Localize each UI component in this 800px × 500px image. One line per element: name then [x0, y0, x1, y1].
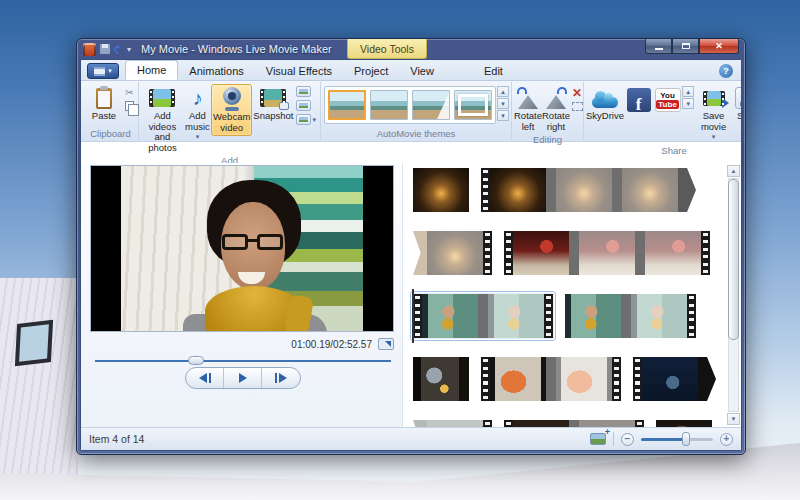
video-preview[interactable] — [90, 165, 394, 332]
share-gallery-up-icon[interactable]: ▲ — [682, 86, 694, 97]
storyboard-row — [413, 420, 741, 427]
fullscreen-icon[interactable] — [378, 338, 394, 350]
application-menu-button[interactable]: ▾ — [87, 63, 119, 79]
storyboard-clip[interactable] — [504, 420, 644, 427]
playhead[interactable] — [412, 289, 414, 343]
zoom-in-button[interactable]: + — [720, 433, 733, 446]
title-bar[interactable]: ▾ My Movie - Windows Live Movie Maker Vi… — [77, 39, 745, 59]
cut-icon[interactable]: ✂ — [125, 88, 134, 98]
seek-bar[interactable] — [95, 356, 391, 365]
gallery-more-icon[interactable]: ▼ — [497, 110, 509, 121]
clip-gap — [546, 168, 556, 212]
tab-view[interactable]: View — [399, 62, 445, 80]
undo-icon[interactable] — [112, 43, 125, 56]
rotate-left-button[interactable]: Rotate left — [514, 84, 542, 134]
storyboard-thumbnail — [488, 294, 544, 338]
automovie-theme[interactable] — [454, 90, 492, 120]
remove-icon[interactable]: ✕ — [572, 87, 583, 99]
tab-project[interactable]: Project — [343, 62, 399, 80]
gallery-up-icon[interactable]: ▲ — [497, 86, 509, 97]
scroll-up-icon[interactable]: ▲ — [727, 165, 740, 177]
tab-home[interactable]: Home — [125, 60, 178, 80]
tab-animations[interactable]: Animations — [178, 62, 254, 80]
storyboard-clip[interactable] — [656, 420, 712, 427]
group-automovie: ▲ ▼ ▼ AutoMovie themes — [321, 82, 512, 141]
storyboard-clip[interactable] — [633, 357, 716, 401]
storyboard-clip[interactable] — [504, 231, 710, 275]
caption-button[interactable] — [296, 100, 311, 111]
seek-track[interactable] — [95, 360, 391, 362]
paste-button[interactable]: Paste — [85, 84, 123, 124]
main-content: 01:00.19/02:52.57 ▲ — [81, 163, 741, 427]
select-all-icon[interactable] — [572, 102, 583, 111]
skydrive-button[interactable]: SkyDrive — [586, 84, 624, 124]
play-button[interactable] — [224, 368, 262, 388]
clip-gap — [478, 294, 488, 338]
zoom-slider[interactable] — [641, 432, 713, 446]
copy-icon[interactable] — [125, 101, 134, 111]
filmstrip-sprockets — [635, 420, 644, 427]
automovie-theme[interactable] — [412, 90, 450, 120]
storyboard-clip[interactable] — [413, 420, 492, 427]
clip-gap — [569, 231, 579, 275]
storyboard-row — [413, 357, 741, 403]
storyboard-clip[interactable] — [413, 231, 492, 275]
share-gallery-down-icon[interactable]: ▼ — [682, 98, 694, 109]
next-frame-button[interactable] — [262, 368, 300, 388]
storyboard-thumbnail — [413, 168, 469, 212]
credits-button[interactable] — [296, 114, 311, 125]
gallery-down-icon[interactable]: ▼ — [497, 98, 509, 109]
storyboard-clip[interactable] — [413, 168, 469, 212]
zoom-slider-thumb[interactable] — [682, 432, 690, 446]
rotate-left-icon — [516, 87, 540, 109]
storyboard-thumbnail — [413, 357, 469, 401]
previous-frame-button[interactable] — [186, 368, 224, 388]
tab-edit[interactable]: Edit — [473, 62, 514, 80]
snapshot-button[interactable]: Snapshot — [252, 84, 294, 124]
automovie-theme[interactable] — [370, 90, 408, 120]
youtube-button[interactable]: You Tube — [653, 84, 682, 117]
thumbnail-size-icon[interactable] — [590, 433, 606, 445]
close-button[interactable]: ✕ — [699, 39, 739, 54]
skydrive-cloud-icon — [592, 97, 618, 108]
storyboard-thumbnail — [579, 231, 635, 275]
seek-slider-thumb[interactable] — [188, 356, 204, 365]
storyboard-clip[interactable] — [481, 168, 696, 212]
chevron-down-icon: ▾ — [196, 132, 200, 143]
storyboard-clip[interactable] — [410, 291, 556, 341]
facebook-button[interactable]: f — [624, 84, 653, 117]
rotate-right-button[interactable]: Rotate right — [542, 84, 570, 134]
save-movie-button[interactable]: Save movie▾ — [696, 84, 731, 145]
facebook-icon: f — [627, 88, 651, 112]
tab-visual-effects[interactable]: Visual Effects — [255, 62, 343, 80]
add-videos-button[interactable]: Add videos and photos — [141, 84, 184, 155]
scroll-down-icon[interactable]: ▼ — [727, 413, 740, 425]
next-frame-icon — [279, 373, 287, 383]
webcam-video-button[interactable]: Webcam video — [211, 84, 252, 136]
clip-gap — [635, 231, 645, 275]
qat-dropdown-icon[interactable]: ▾ — [127, 45, 131, 54]
storyboard-thumbnail — [565, 294, 621, 338]
automovie-theme-gallery — [324, 86, 496, 124]
sign-in-button[interactable]: Sign in — [731, 84, 742, 134]
webcam-icon — [222, 87, 242, 111]
app-icon[interactable] — [83, 43, 96, 56]
zoom-out-button[interactable]: − — [621, 433, 634, 446]
filmstrip-sprockets — [483, 231, 492, 275]
vertical-scrollbar[interactable]: ▲ ▼ — [727, 165, 740, 425]
storyboard-clip[interactable] — [413, 357, 469, 401]
automovie-theme[interactable] — [328, 90, 366, 120]
title-button[interactable] — [296, 86, 311, 97]
storyboard-thumbnail — [631, 294, 687, 338]
storyboard-clip[interactable] — [481, 357, 621, 401]
storyboard-thumbnail — [556, 357, 612, 401]
help-icon[interactable]: ? — [719, 64, 733, 78]
maximize-button[interactable] — [672, 39, 699, 54]
scrollbar-thumb[interactable] — [728, 179, 739, 340]
save-icon[interactable] — [100, 44, 110, 54]
minimize-button[interactable] — [645, 39, 672, 54]
add-music-button[interactable]: ♪ Add music▾ — [184, 84, 211, 145]
storyboard-thumbnail — [427, 420, 483, 427]
storyboard-clip[interactable] — [565, 294, 696, 338]
person-glasses-bridge — [247, 239, 258, 242]
